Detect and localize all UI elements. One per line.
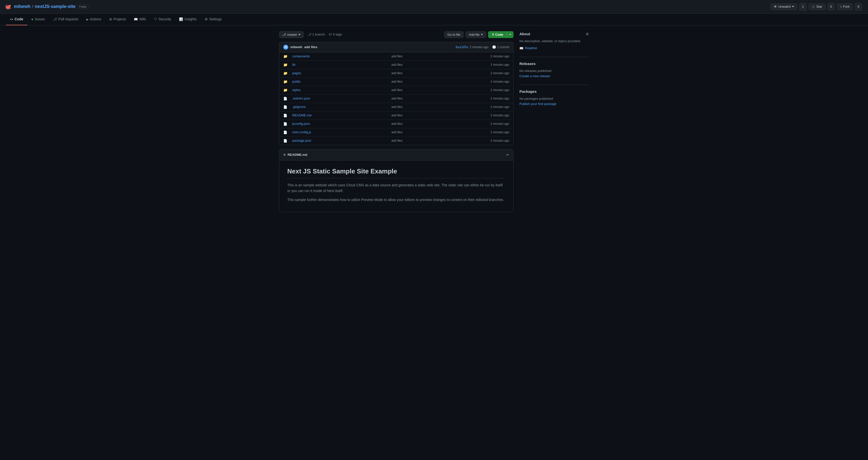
actions-tab-icon <box>86 17 88 22</box>
tag-count-link[interactable]: 0 tags <box>329 32 342 37</box>
about-title: About <box>519 31 530 37</box>
tab-actions[interactable]: Actions <box>83 14 105 25</box>
table-row: .eslintrc.jsonadd files2 minutes ago <box>279 95 513 103</box>
unwatch-button[interactable]: Unwatch <box>770 3 798 10</box>
visibility-badge: Public <box>77 4 89 9</box>
fork-button[interactable]: Fork <box>837 3 853 10</box>
file-commit-message: add files <box>391 63 488 67</box>
code-icon: ⬇ <box>492 33 494 36</box>
go-to-file-button[interactable]: Go to file <box>444 31 464 38</box>
releases-title: Releases <box>519 61 535 67</box>
tab-pr-label: Pull requests <box>58 17 79 22</box>
file-time: 2 minutes ago <box>491 79 509 84</box>
file-time: 2 minutes ago <box>491 113 509 118</box>
separator: / <box>32 3 33 10</box>
file-name-link[interactable]: README.md <box>292 113 389 118</box>
unwatch-chevron-icon <box>792 6 794 7</box>
security-tab-icon <box>154 17 157 22</box>
branch-count-link[interactable]: 1 branch <box>308 32 325 37</box>
file-commit-message: add files <box>391 138 488 143</box>
owner-link[interactable]: mibewh <box>14 3 31 10</box>
commit-count-link[interactable]: 1 commit <box>492 45 509 50</box>
create-release-link[interactable]: Create a new release <box>519 74 550 78</box>
code-caret-button[interactable] <box>507 31 514 38</box>
branch-count: 1 branch <box>312 32 325 37</box>
table-row: publicadd files2 minutes ago <box>279 78 513 86</box>
file-table: m mibewh add files 8aa3d5e 2 minutes ago… <box>279 42 514 145</box>
file-name-link[interactable]: package.json <box>292 138 389 143</box>
history-icon <box>492 45 496 50</box>
commit-hash-link[interactable]: 8aa3d5e <box>456 45 468 50</box>
file-name-link[interactable]: jsconfig.json <box>292 121 389 126</box>
file-name-link[interactable]: styles <box>292 88 389 93</box>
tab-pull-requests[interactable]: Pull requests <box>49 14 83 25</box>
code-label: Code <box>495 33 503 36</box>
separator2: · <box>490 45 491 50</box>
file-name-link[interactable]: public <box>292 79 389 84</box>
repo-link[interactable]: nextJS-sample-site <box>35 3 75 10</box>
unwatch-count: 1 <box>799 3 806 10</box>
code-main-button[interactable]: ⬇ Code <box>488 31 507 38</box>
code-button-group: ⬇ Code <box>488 31 514 38</box>
readme-sidebar-link: Readme <box>519 46 589 51</box>
branch-selector[interactable]: master <box>279 31 304 38</box>
tab-insights-label: Insights <box>184 17 196 22</box>
edit-readme-button[interactable] <box>506 153 509 157</box>
top-navbar: 🐙 mibewh / nextJS-sample-site Public Unw… <box>0 0 868 14</box>
add-file-button[interactable]: Add file <box>466 31 486 38</box>
table-row: componentsadd files2 minutes ago <box>279 52 513 61</box>
file-name-link[interactable]: pages <box>292 71 389 76</box>
readme-sidebar-anchor[interactable]: Readme <box>525 46 537 51</box>
readme-title: README.md <box>283 152 307 158</box>
file-name-link[interactable]: next.config.js <box>292 130 389 135</box>
settings-tab-icon <box>205 17 208 22</box>
tab-security[interactable]: Security <box>150 14 175 25</box>
tab-issues[interactable]: Issues <box>27 14 49 25</box>
sidebar-divider-2 <box>519 85 589 85</box>
commit-author-link[interactable]: mibewh <box>290 45 302 50</box>
main-layout: master 1 branch 0 tags Go to file Add fi… <box>275 25 593 218</box>
star-button[interactable]: Star <box>809 3 826 10</box>
tab-code-label: Code <box>14 17 23 22</box>
readme-heading: Next JS Static Sample Site Example <box>287 166 505 178</box>
tab-code[interactable]: Code <box>6 14 27 25</box>
file-icon <box>283 104 290 110</box>
star-icon <box>812 5 815 9</box>
tab-projects[interactable]: Projects <box>105 14 130 25</box>
issues-tab-icon <box>31 17 33 22</box>
file-name-link[interactable]: lib <box>292 62 389 67</box>
file-time: 2 minutes ago <box>491 63 509 67</box>
folder-icon <box>283 62 290 67</box>
tab-wiki-label: Wiki <box>139 17 146 22</box>
about-description: No description, website, or topics provi… <box>519 39 589 44</box>
branch-stats: 1 branch 0 tags <box>308 32 342 37</box>
file-time: 2 minutes ago <box>491 105 509 109</box>
file-name-link[interactable]: .eslintrc.json <box>292 96 389 101</box>
tab-actions-label: Actions <box>90 17 101 22</box>
file-icon <box>283 138 290 143</box>
sidebar-about-section: About No description, website, or topics… <box>519 31 589 51</box>
file-icon <box>283 96 290 101</box>
packages-header: Packages <box>519 89 589 95</box>
folder-icon <box>283 88 290 93</box>
file-time: 2 minutes ago <box>491 130 509 134</box>
branch-name: master <box>287 33 297 36</box>
add-file-chevron-icon <box>481 34 483 35</box>
file-name-link[interactable]: components <box>292 54 389 59</box>
tab-settings[interactable]: Settings <box>200 14 226 25</box>
readme-header: README.md <box>279 150 513 161</box>
list-icon <box>283 152 285 158</box>
tab-wiki[interactable]: Wiki <box>130 14 150 25</box>
file-commit-message: add files <box>391 96 488 101</box>
edit-about-button[interactable] <box>586 32 589 36</box>
tab-insights[interactable]: Insights <box>175 14 200 25</box>
table-row: README.mdadd files2 minutes ago <box>279 111 513 120</box>
file-time: 2 minutes ago <box>491 122 509 126</box>
github-icon: 🐙 <box>6 5 10 9</box>
sidebar: About No description, website, or topics… <box>519 31 589 212</box>
file-name-link[interactable]: .gitignore <box>292 104 389 109</box>
no-packages-text: No packages published <box>519 96 589 101</box>
commit-message-link[interactable]: add files <box>304 45 317 50</box>
book-icon <box>519 46 523 51</box>
publish-package-link[interactable]: Publish your first package <box>519 102 556 106</box>
